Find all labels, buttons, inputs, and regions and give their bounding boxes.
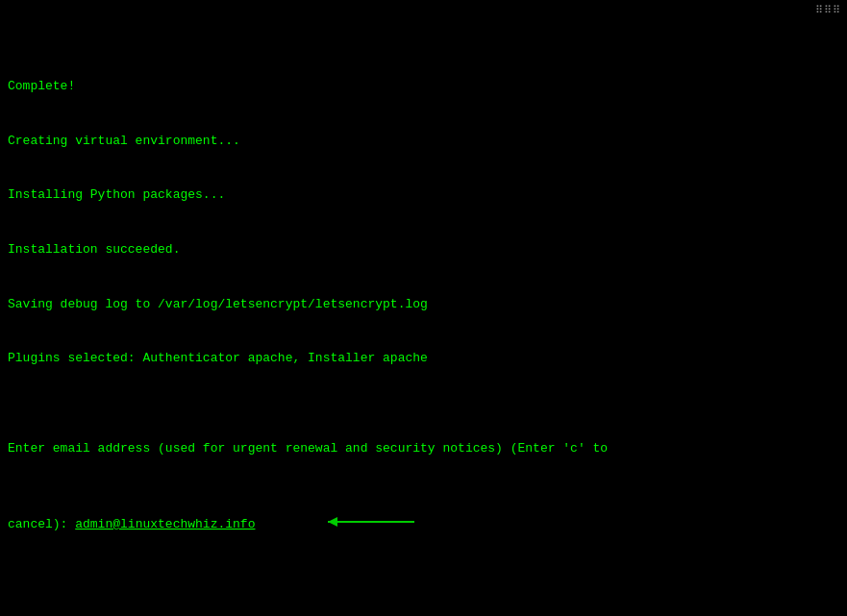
window-dots: ⠿⠿⠿ [815,4,841,16]
cancel-label: cancel): admin@linuxtechwhiz.info [8,516,255,534]
line-complete: Complete! [8,78,839,96]
terminal-content: Complete! Creating virtual environment..… [8,6,839,616]
arrow-email [262,495,418,555]
line-installing: Installing Python packages... [8,186,839,205]
line-dashes1: - - - - - - - - - - - - - - - - - - - - … [8,609,839,616]
email-input-value: admin@linuxtechwhiz.info [75,517,255,531]
line-plugins: Plugins selected: Authenticator apache, … [8,350,839,368]
terminal-window: ⠿⠿⠿ Complete! Creating virtual environme… [0,0,847,616]
line-enter-email-2: cancel): admin@linuxtechwhiz.info [8,495,839,555]
line-install-success: Installation succeeded. [8,241,839,259]
line-creating-venv: Creating virtual environment... [8,133,839,151]
line-saving-debug: Saving debug log to /var/log/letsencrypt… [8,296,839,314]
line-enter-email-1: Enter email address (used for urgent ren… [8,440,839,458]
svg-marker-1 [328,517,337,527]
